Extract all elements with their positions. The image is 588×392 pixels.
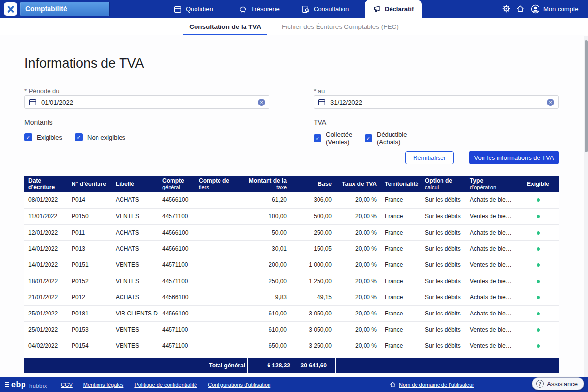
footer-link-cgv[interactable]: CGV bbox=[61, 382, 73, 388]
checkbox-deductible-achats[interactable]: ✓ Déductible(Achats) bbox=[365, 131, 407, 146]
tab-label: Fichier des Écritures Comptables (FEC) bbox=[282, 23, 399, 30]
calendar-icon bbox=[29, 98, 37, 106]
column-header: N° d'écriture bbox=[68, 176, 112, 192]
table-row[interactable]: 04/02/2022P0154VENTES44571100650,003 250… bbox=[24, 338, 559, 354]
table-row[interactable]: 25/01/2022P0153VENTES44571100610,003 050… bbox=[24, 321, 559, 338]
user-domain-link[interactable]: Nom de domaine de l'utilisateur bbox=[399, 382, 474, 388]
house-icon bbox=[390, 381, 396, 388]
checkbox-check-icon: ✓ bbox=[24, 133, 32, 141]
column-header: Base bbox=[291, 176, 336, 192]
reset-button[interactable]: Réinitialiser bbox=[405, 151, 454, 164]
nav-item-consultation[interactable]: Consultation bbox=[302, 0, 349, 18]
ebp-bars-icon bbox=[5, 382, 9, 388]
calendar-icon bbox=[318, 98, 326, 106]
column-header: Montant de lataxe bbox=[242, 176, 291, 192]
checkbox-check-icon: ✓ bbox=[314, 134, 321, 142]
table-row[interactable]: 18/01/2022P0152VENTES44571100250,001 250… bbox=[24, 273, 559, 289]
settings-gear-icon[interactable] bbox=[502, 5, 510, 13]
exigible-status-dot bbox=[537, 312, 540, 315]
exigible-status-dot bbox=[537, 280, 540, 283]
tva-table-container: Date d'écritureN° d'écritureLibelléCompt… bbox=[24, 176, 559, 373]
total-taxe-value: 6 128,32 bbox=[248, 358, 294, 373]
table-row[interactable]: 25/01/2022P0181VIR CLIENTS D44566100-610… bbox=[24, 305, 559, 321]
tva-section-label: TVA bbox=[314, 118, 326, 126]
user-avatar-icon bbox=[531, 4, 540, 14]
product-selector[interactable]: Comptabilité bbox=[20, 2, 109, 16]
page-title: Informations de TVA bbox=[24, 56, 144, 71]
column-header: Compte detiers bbox=[195, 176, 242, 192]
home-icon[interactable] bbox=[516, 5, 524, 13]
checkbox-exigibles[interactable]: ✓ Exigibles bbox=[24, 133, 62, 141]
period-from-label: * Période du bbox=[24, 87, 60, 95]
checkbox-collectee-ventes[interactable]: ✓ Collectée(Ventes) bbox=[314, 131, 352, 146]
exigible-status-dot bbox=[537, 263, 540, 267]
view-tva-info-button[interactable]: Voir les informations de TVA bbox=[469, 151, 559, 164]
nav-item-declaratif-active-tab[interactable]: Déclaratif bbox=[365, 0, 422, 18]
megaphone-icon bbox=[373, 5, 381, 13]
nav-label: Déclaratif bbox=[385, 5, 414, 13]
clear-date-icon[interactable]: × bbox=[547, 99, 554, 106]
exigible-status-dot bbox=[537, 247, 540, 251]
assistance-button[interactable]: ? Assistance bbox=[532, 377, 584, 390]
nav-item-quotidien[interactable]: Quotidien bbox=[174, 0, 213, 18]
table-row[interactable]: 14/01/2022P013ACHATS4456610030,01150,052… bbox=[24, 240, 559, 257]
footer: ebp hubbix CGV Mentions légales Politiqu… bbox=[0, 377, 588, 392]
table-row[interactable]: 21/01/2022P012ACHATS445661009,8349,1520,… bbox=[24, 289, 559, 305]
nav-label: Quotidien bbox=[186, 5, 213, 13]
total-label: Total général bbox=[24, 358, 247, 373]
period-from-value: 01/01/2022 bbox=[41, 99, 253, 106]
assistance-label: Assistance bbox=[547, 380, 578, 388]
exigible-status-dot bbox=[537, 344, 540, 348]
period-from-input[interactable]: 01/01/2022 × bbox=[24, 95, 270, 109]
footer-link-configurations-utilisation[interactable]: Configurations d'utilisation bbox=[208, 382, 270, 388]
ebp-logo bbox=[4, 2, 17, 16]
checkbox-label: Exigibles bbox=[37, 134, 62, 141]
column-header: Taux de TVA bbox=[336, 176, 381, 192]
footer-link-politique-confidentialite[interactable]: Politique de confidentialité bbox=[134, 382, 197, 388]
user-domain: Nom de domaine de l'utilisateur bbox=[390, 377, 474, 392]
ebp-footer-logo: ebp hubbix bbox=[5, 380, 47, 389]
column-header: Date d'écriture bbox=[24, 176, 68, 192]
vertical-scrollbar-track[interactable] bbox=[584, 36, 588, 377]
tab-consultation-tva[interactable]: Consultation de la TVA bbox=[183, 18, 267, 35]
exigible-status-dot bbox=[537, 231, 540, 235]
footer-link-mentions-legales[interactable]: Mentions légales bbox=[83, 382, 124, 388]
exigible-status-dot bbox=[537, 328, 540, 332]
clipped-row bbox=[24, 354, 559, 358]
montants-section-label: Montants bbox=[24, 118, 53, 126]
table-row[interactable]: 11/01/2022P0150VENTES44571100100,00500,0… bbox=[24, 208, 559, 224]
column-header: Libellé bbox=[112, 176, 158, 192]
document-search-icon bbox=[302, 5, 310, 13]
column-header: Option decalcul bbox=[421, 176, 466, 192]
total-row-filler bbox=[336, 358, 559, 373]
clear-date-icon[interactable]: × bbox=[258, 99, 265, 106]
nav-item-tresorerie[interactable]: Trésorerie bbox=[239, 0, 280, 18]
period-to-value: 31/12/2022 bbox=[330, 99, 542, 106]
brand-name: ebp bbox=[11, 380, 26, 389]
checkbox-label: Collectée(Ventes) bbox=[326, 131, 352, 146]
checkbox-non-exigibles[interactable]: ✓ Non exigibles bbox=[75, 133, 125, 141]
tab-label: Consultation de la TVA bbox=[189, 23, 261, 30]
account-menu[interactable]: Mon compte bbox=[531, 0, 579, 18]
tva-table: Date d'écritureN° d'écritureLibelléCompt… bbox=[24, 176, 559, 354]
tva-table-head-row: Date d'écritureN° d'écritureLibelléCompt… bbox=[24, 176, 559, 192]
calendar-icon bbox=[174, 5, 182, 13]
topbar: Comptabilité Quotidien Trésorerie bbox=[0, 0, 588, 18]
exigible-status-dot bbox=[537, 296, 540, 299]
account-label: Mon compte bbox=[543, 5, 579, 13]
column-header: Typed'opération bbox=[466, 176, 517, 192]
footer-links: CGV Mentions légales Politique de confid… bbox=[61, 382, 270, 388]
secondary-tabbar: Consultation de la TVA Fichier des Écrit… bbox=[0, 18, 588, 35]
vertical-scrollbar-thumb[interactable] bbox=[585, 40, 588, 152]
period-to-label: * au bbox=[314, 87, 325, 95]
ebp-x-logo-icon bbox=[7, 5, 15, 13]
exigible-status-dot bbox=[537, 215, 540, 218]
main-content: Informations de TVA * Période du 01/01/2… bbox=[0, 35, 588, 377]
table-row[interactable]: 14/01/2022P0151VENTES44571100200,001 000… bbox=[24, 257, 559, 273]
checkbox-label: Déductible(Achats) bbox=[377, 131, 407, 146]
tab-fichier-fec[interactable]: Fichier des Écritures Comptables (FEC) bbox=[276, 18, 405, 35]
column-header: Comptegénéral bbox=[158, 176, 195, 192]
table-row[interactable]: 12/01/2022P011ACHATS4456610050,00250,002… bbox=[24, 224, 559, 240]
table-row[interactable]: 08/01/2022P014ACHATS4456610061,20306,002… bbox=[24, 192, 559, 208]
period-to-input[interactable]: 31/12/2022 × bbox=[314, 95, 559, 109]
